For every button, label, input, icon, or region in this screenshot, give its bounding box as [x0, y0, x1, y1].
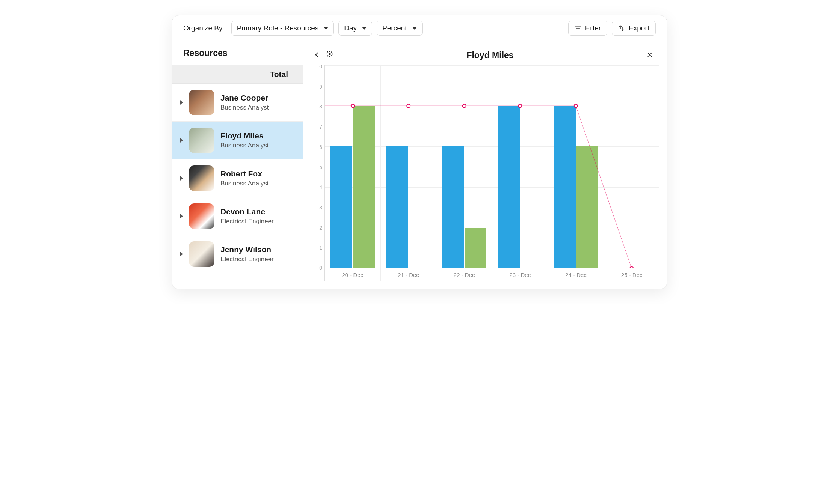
gear-icon: [326, 50, 333, 58]
resource-item[interactable]: Devon LaneElectrical Engineer: [172, 197, 303, 235]
filter-icon: [575, 25, 581, 32]
resource-list: Jane CooperBusiness AnalystFloyd MilesBu…: [172, 84, 303, 273]
settings-button[interactable]: [323, 49, 337, 62]
plot-area: 20 - Dec21 - Dec22 - Dec23 - Dec24 - Dec…: [324, 65, 659, 281]
expand-icon[interactable]: [180, 176, 183, 181]
resource-panel: Organize By: Primary Role - Resources Da…: [172, 15, 667, 289]
chevron-left-icon: [314, 52, 320, 58]
avatar: [189, 128, 214, 153]
resource-role: Business Analyst: [220, 142, 269, 149]
x-tick: 24 - Dec: [565, 268, 587, 281]
organize-by-label: Organize By:: [183, 24, 225, 32]
expand-icon[interactable]: [180, 138, 183, 143]
x-tick: 25 - Dec: [621, 268, 643, 281]
resource-name: Floyd Miles: [220, 131, 269, 140]
bar-series-a: [554, 106, 576, 268]
unit-dropdown[interactable]: Percent: [377, 21, 422, 36]
bar-series-b: [576, 146, 598, 268]
svg-rect-5: [327, 51, 329, 53]
chart-column: 21 - Dec: [381, 65, 437, 281]
close-button[interactable]: [644, 49, 656, 62]
toolbar: Organize By: Primary Role - Resources Da…: [172, 15, 667, 41]
resource-role: Business Analyst: [220, 104, 269, 111]
chart-column: 22 - Dec: [436, 65, 492, 281]
chart-column: 23 - Dec: [492, 65, 548, 281]
x-tick: 23 - Dec: [510, 268, 531, 281]
expand-icon[interactable]: [180, 100, 183, 105]
svg-rect-6: [331, 55, 332, 57]
resource-role: Electrical Engineer: [220, 218, 274, 225]
back-button[interactable]: [311, 49, 323, 62]
chart-panel: Floyd Miles 012345678910 20 - Dec21 - De…: [303, 41, 667, 289]
avatar: [189, 165, 214, 191]
chevron-down-icon: [412, 27, 417, 30]
chart-header: Floyd Miles: [307, 47, 659, 65]
svg-rect-8: [327, 55, 329, 57]
export-icon: [618, 25, 625, 32]
resource-name: Jane Cooper: [220, 93, 269, 102]
chevron-down-icon: [324, 27, 328, 30]
x-tick: 21 - Dec: [398, 268, 419, 281]
resource-item[interactable]: Jenny WilsonElectrical Engineer: [172, 235, 303, 273]
avatar: [189, 241, 214, 267]
resource-item[interactable]: Robert FoxBusiness Analyst: [172, 159, 303, 197]
bar-series-b: [465, 228, 486, 268]
export-label: Export: [629, 24, 649, 32]
organize-by-dropdown[interactable]: Primary Role - Resources: [231, 21, 334, 36]
bar-group: [604, 65, 659, 268]
sidebar: Resources Total Jane CooperBusiness Anal…: [172, 41, 303, 289]
granularity-value: Day: [344, 24, 357, 32]
chart-column: 25 - Dec: [604, 65, 659, 281]
expand-icon[interactable]: [180, 252, 183, 256]
bar-group: [548, 65, 604, 268]
bar-series-a: [330, 146, 352, 268]
bar-series-a: [386, 146, 408, 268]
bar-group: [436, 65, 492, 268]
bar-series-a: [498, 106, 520, 268]
chart-column: 20 - Dec: [325, 65, 381, 281]
y-axis: 012345678910: [307, 65, 322, 281]
svg-point-0: [329, 53, 330, 55]
svg-rect-1: [329, 51, 330, 52]
resource-info: Jenny WilsonElectrical Engineer: [220, 245, 274, 263]
chevron-down-icon: [362, 27, 367, 30]
x-tick: 22 - Dec: [454, 268, 475, 281]
resource-info: Robert FoxBusiness Analyst: [220, 169, 269, 187]
avatar: [189, 90, 214, 115]
granularity-dropdown[interactable]: Day: [338, 21, 372, 36]
panel-body: Resources Total Jane CooperBusiness Anal…: [172, 41, 667, 289]
svg-rect-7: [331, 51, 332, 53]
resource-role: Electrical Engineer: [220, 256, 274, 263]
filter-button[interactable]: Filter: [568, 21, 607, 36]
close-icon: [647, 52, 653, 58]
chart-title: Floyd Miles: [337, 50, 644, 60]
columns: 20 - Dec21 - Dec22 - Dec23 - Dec24 - Dec…: [325, 65, 659, 281]
chart-column: 24 - Dec: [548, 65, 604, 281]
resource-info: Floyd MilesBusiness Analyst: [220, 131, 269, 149]
resource-name: Jenny Wilson: [220, 245, 274, 254]
unit-value: Percent: [382, 24, 407, 32]
svg-rect-3: [326, 54, 327, 54]
expand-icon[interactable]: [180, 214, 183, 218]
x-tick: 20 - Dec: [342, 268, 363, 281]
resource-info: Jane CooperBusiness Analyst: [220, 93, 269, 111]
sidebar-total-header: Total: [172, 65, 303, 84]
chart-area: 012345678910 20 - Dec21 - Dec22 - Dec23 …: [307, 65, 659, 281]
bar-series-a: [442, 146, 464, 268]
bar-group: [381, 65, 436, 268]
export-button[interactable]: Export: [612, 21, 656, 36]
svg-rect-4: [332, 54, 333, 54]
sidebar-title: Resources: [172, 41, 303, 65]
avatar: [189, 203, 214, 229]
svg-rect-2: [329, 56, 330, 57]
bar-group: [325, 65, 380, 268]
resource-name: Devon Lane: [220, 207, 274, 216]
resource-item[interactable]: Jane CooperBusiness Analyst: [172, 84, 303, 122]
resource-item[interactable]: Floyd MilesBusiness Analyst: [172, 122, 303, 159]
bar-group: [492, 65, 548, 268]
resource-role: Business Analyst: [220, 180, 269, 187]
filter-label: Filter: [585, 24, 601, 32]
bar-series-b: [353, 106, 375, 268]
resource-info: Devon LaneElectrical Engineer: [220, 207, 274, 225]
resource-name: Robert Fox: [220, 169, 269, 178]
